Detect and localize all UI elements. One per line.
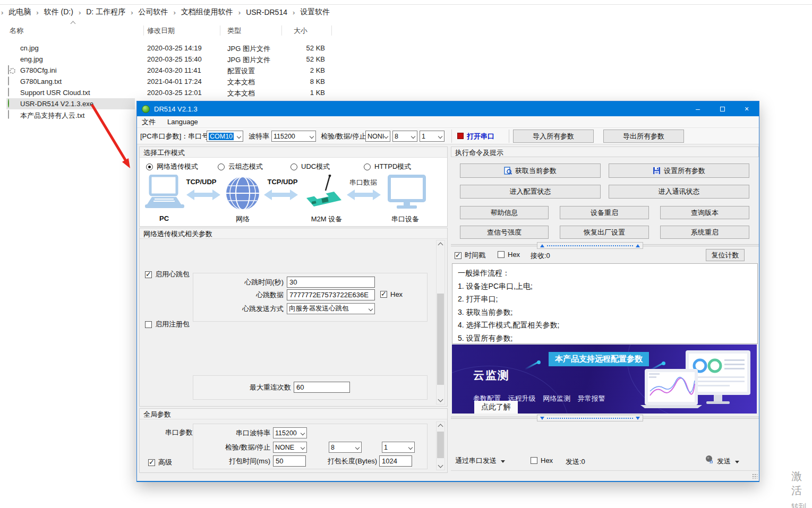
send-hex-checkbox[interactable]: Hex — [531, 457, 553, 464]
column-size[interactable]: 大小 — [294, 26, 307, 36]
global-parity-select[interactable]: NONE — [273, 442, 307, 453]
scroll-down-icon[interactable] — [438, 463, 443, 468]
enter-config-state-button[interactable]: 进入配置状态 — [460, 185, 601, 199]
checkbox-unchecked-icon — [498, 251, 505, 258]
factory-reset-button[interactable]: 恢复出厂设置 — [560, 226, 649, 239]
breadcrumb-usr-dr514[interactable]: USR-DR514 — [246, 8, 287, 16]
column-date[interactable]: 修改日期 — [147, 26, 175, 36]
log-line: 4. 选择工作模式,配置相关参数; — [458, 318, 752, 332]
radio-transparent-mode[interactable]: 网络透传模式 — [146, 162, 198, 171]
receive-log[interactable]: 一般操作流程： 1. 设备连PC串口,上电; 2. 打开串口; 3. 获取当前参… — [452, 263, 758, 344]
checkbox-checked-icon — [145, 271, 152, 278]
send-bar: 通过串口发送 Hex 发送:0 发送 — [451, 451, 759, 470]
enter-comm-state-button[interactable]: 进入通讯状态 — [609, 185, 749, 199]
import-params-button[interactable]: 导入所有参数 — [513, 130, 594, 143]
title-bar[interactable]: DR514 V2.1.3 – × — [137, 101, 759, 116]
global-parity-label: 检验/数据/停止 — [193, 443, 270, 452]
breadcrumb-settings-software[interactable]: 设置软件 — [300, 7, 330, 17]
log-line: 2. 打开串口; — [458, 292, 752, 306]
global-stopbits-select[interactable]: 1 — [382, 442, 415, 453]
menu-language[interactable]: Language — [167, 118, 198, 126]
parity-value: NONI — [367, 133, 384, 140]
file-row[interactable]: G780Lang.txt 2021-04-01 17:24 文本文档 8 KB — [0, 76, 340, 87]
file-row[interactable]: Support USR Cloud.txt 2020-03-25 12:01 文… — [0, 87, 340, 98]
scroll-up-icon[interactable] — [438, 243, 443, 248]
scroll-down-icon[interactable] — [438, 397, 443, 402]
heartbeat-data-input[interactable]: 7777772E7573722E636E — [287, 289, 375, 300]
radio-udc-mode[interactable]: UDC模式 — [290, 162, 330, 171]
splitter-grip[interactable] — [537, 242, 643, 249]
breadcrumb-company-software[interactable]: 公司软件 — [138, 7, 168, 17]
net-params-scrollbar[interactable] — [436, 240, 445, 404]
maximize-button[interactable] — [710, 101, 734, 116]
log-line: 1. 设备连PC串口,上电; — [458, 280, 752, 293]
scrollbar-thumb[interactable] — [437, 432, 444, 458]
global-baud-select[interactable]: 115200 — [273, 427, 307, 438]
breadcrumb-drive-d[interactable]: 软件 (D:) — [44, 7, 73, 17]
export-params-button[interactable]: 导出所有参数 — [603, 130, 684, 143]
pack-time-input[interactable]: 50 — [273, 455, 306, 467]
file-row[interactable]: G780Cfg.ini 2024-03-20 11:41 配置设置 2 KB — [0, 65, 340, 76]
max-reconnect-label: 最大重连次数 — [193, 383, 291, 392]
promo-banner[interactable]: 本产品支持远程配置参数 云监测 参数配置 远程升级 网络监测 异常报警 点此了解 — [452, 345, 757, 414]
node-pc-label: PC — [148, 214, 180, 222]
radio-cloud-scada-mode[interactable]: 云组态模式 — [218, 162, 263, 171]
open-serial-button[interactable]: 打开串口 — [467, 132, 494, 141]
system-restart-button[interactable]: 系统重启 — [660, 226, 749, 239]
button-label: 查询版本 — [691, 208, 719, 218]
parity-select[interactable]: NONI — [365, 131, 390, 142]
set-all-params-button[interactable]: 设置所有参数 — [609, 163, 749, 178]
help-info-button[interactable]: 帮助信息 — [460, 206, 549, 219]
databits-select[interactable]: 8 — [392, 131, 417, 142]
send-via-serial-dropdown[interactable]: 通过串口发送 — [455, 456, 505, 466]
global-databits-select[interactable]: 8 — [329, 442, 362, 453]
splitter-handle[interactable] — [451, 415, 759, 421]
menu-file[interactable]: 文件 — [142, 117, 156, 127]
signal-strength-button[interactable]: 查信号强度 — [460, 226, 549, 239]
timestamp-checkbox[interactable]: 时间戳 — [455, 251, 485, 260]
column-type[interactable]: 类型 — [227, 26, 241, 36]
minimize-button[interactable]: – — [686, 101, 710, 116]
window-title: DR514 V2.1.3 — [154, 105, 198, 113]
enable-register-checkbox[interactable]: 启用注册包 — [145, 320, 190, 329]
splitter-grip[interactable] — [537, 415, 643, 421]
chevron-down-icon — [310, 134, 314, 138]
breadcrumb-this-pc[interactable]: 此电脑 — [8, 7, 31, 17]
stopbits-select[interactable]: 1 — [420, 131, 445, 142]
breadcrumb-doc-group-software[interactable]: 文档组使用软件 — [181, 7, 233, 17]
app-icon — [142, 105, 150, 113]
receive-hex-checkbox[interactable]: Hex — [498, 251, 520, 259]
enable-heartbeat-checkbox[interactable]: 启用心跳包 — [145, 270, 190, 279]
scrollbar-thumb[interactable] — [437, 294, 444, 385]
heartbeat-time-input[interactable]: 30 — [287, 277, 375, 288]
send-button[interactable]: 发送 — [717, 457, 739, 466]
com-port-select[interactable]: COM10 — [207, 131, 243, 142]
file-row[interactable]: cn.jpg 2020-03-25 14:19 JPG 图片文件 52 KB — [0, 42, 340, 54]
heartbeat-hex-checkbox[interactable]: Hex — [380, 290, 403, 298]
close-button[interactable]: × — [734, 101, 759, 116]
reset-counter-button[interactable]: 复位计数 — [706, 249, 745, 261]
command-panel: 执行命令及提示 获取当前参数 设置所有参数 进入配置状态 进入 — [451, 147, 759, 480]
splitter-handle[interactable] — [451, 242, 759, 249]
button-label: 查信号强度 — [487, 228, 522, 237]
column-name[interactable]: 名称 — [10, 26, 23, 36]
get-current-params-button[interactable]: 获取当前参数 — [460, 163, 601, 178]
banner-cta-button[interactable]: 点此了解 — [474, 401, 518, 414]
resize-grip[interactable] — [752, 473, 757, 479]
pack-length-input[interactable]: 1024 — [379, 455, 412, 467]
scroll-up-icon[interactable] — [438, 424, 443, 429]
breadcrumb-work-programs[interactable]: D: 工作程序 — [86, 7, 125, 17]
baud-select[interactable]: 115200 — [271, 131, 316, 142]
max-reconnect-input[interactable]: 60 — [294, 382, 350, 393]
checkbox-unchecked-icon — [145, 321, 152, 328]
banner-title: 云监测 — [473, 368, 510, 383]
radio-httpd-mode[interactable]: HTTPD模式 — [364, 162, 411, 171]
global-params-scrollbar[interactable] — [436, 421, 445, 470]
checkbox-label: Hex — [541, 457, 553, 464]
device-restart-button[interactable]: 设备重启 — [560, 206, 649, 219]
query-version-button[interactable]: 查询版本 — [660, 206, 749, 219]
file-row[interactable]: eng.jpg 2020-03-25 15:40 JPG 图片文件 52 KB — [0, 54, 340, 65]
radio-icon — [218, 163, 225, 170]
advanced-checkbox[interactable]: 高级 — [148, 458, 172, 467]
heartbeat-mode-select[interactable]: 向服务器发送心跳包 — [287, 303, 375, 314]
